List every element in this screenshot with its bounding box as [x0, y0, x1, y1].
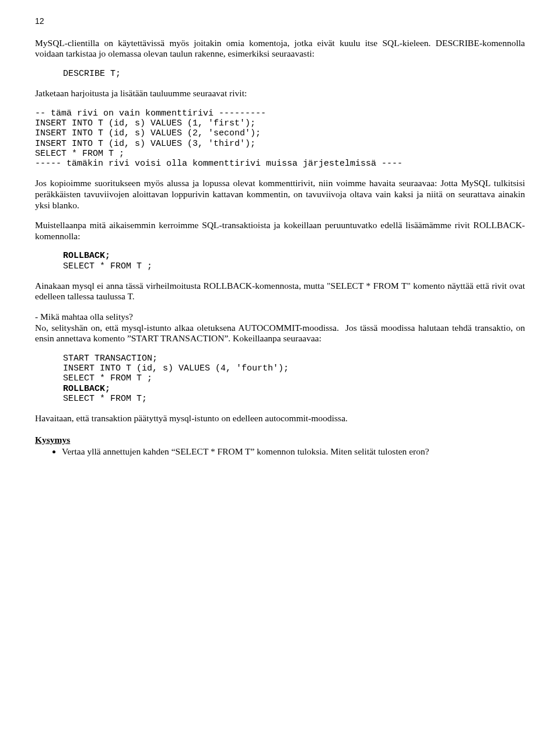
paragraph-observe: Havaitaan, että transaktion päätyttyä my… — [35, 413, 525, 424]
code-st-line4: ROLLBACK; — [63, 384, 110, 394]
code-st-line2: INSERT INTO T (id, s) VALUES (4, 'fourth… — [63, 363, 289, 373]
page-number: 12 — [35, 16, 525, 26]
question-list: Vertaa yllä annettujen kahden “SELECT * … — [49, 446, 525, 457]
code-start-transaction: START TRANSACTION; INSERT INTO T (id, s)… — [63, 354, 525, 404]
paragraph-autocommit: - Mikä mahtaa olla selitys? No, selitysh… — [35, 312, 525, 344]
paragraph-rollback-result: Ainakaan mysql ei anna tässä virheilmoit… — [35, 281, 525, 302]
question-bullet: Vertaa yllä annettujen kahden “SELECT * … — [62, 446, 525, 457]
paragraph-rollback-intro: Muistellaanpa mitä aikaisemmin kerroimme… — [35, 220, 525, 242]
code-rollback-line2: SELECT * FROM T ; — [63, 261, 152, 271]
code-st-line1: START TRANSACTION; — [63, 354, 158, 363]
code-st-line5: SELECT * FROM T; — [63, 394, 147, 404]
paragraph-intro: MySQL-clientilla on käytettävissä myös j… — [35, 38, 525, 60]
paragraph-comment-explain: Jos kopioimme suoritukseen myös alussa j… — [35, 178, 525, 211]
code-rollback-line1: ROLLBACK; — [63, 251, 110, 261]
paragraph-continue: Jatketaan harjoitusta ja lisätään tauluu… — [35, 88, 525, 99]
question-heading: Kysymys — [35, 435, 525, 446]
code-inserts: -- tämä rivi on vain kommenttirivi -----… — [35, 109, 525, 169]
code-rollback: ROLLBACK; SELECT * FROM T ; — [63, 251, 525, 271]
code-describe: DESCRIBE T; — [63, 69, 525, 79]
code-st-line3: SELECT * FROM T ; — [63, 373, 152, 383]
